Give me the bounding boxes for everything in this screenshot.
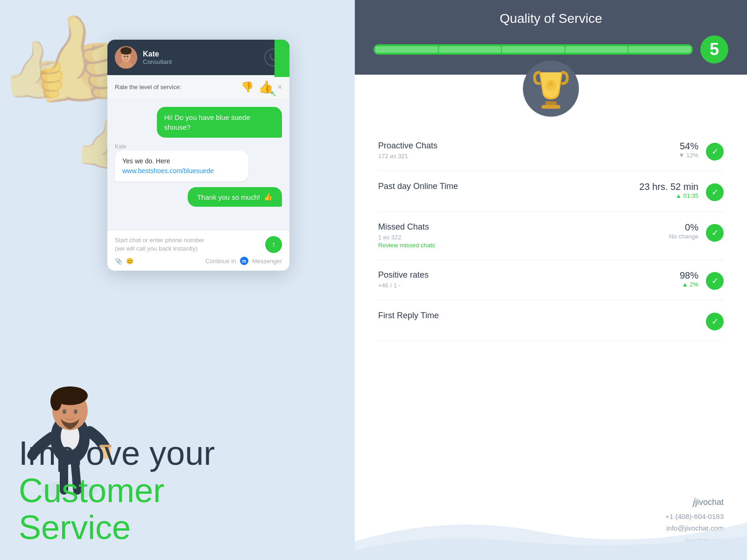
- progress-bar-fill: [374, 44, 693, 55]
- metric-name-missed: Missed Chats: [378, 222, 662, 232]
- headline-line2: Service: [19, 509, 355, 546]
- svg-rect-21: [542, 105, 560, 109]
- metric-row-missed: Missed Chats 1 из 322 Review missed chat…: [378, 212, 724, 260]
- headline-green: Customer: [19, 472, 164, 509]
- left-section: ✕ Kate Consultant: [0, 0, 355, 560]
- agent-info: Kate Consultant: [143, 50, 259, 65]
- metric-change-proactive: ▼ 12%: [679, 152, 699, 159]
- metric-row-positive: Positive rates +46 / 1 - 98% ▲ 2% ✓: [378, 260, 724, 301]
- continue-label: Continue in: [205, 258, 236, 265]
- qos-metrics: Proactive Chats 172 из 321 54% ▼ 12% ✓ P…: [355, 126, 747, 341]
- cursor-icon: ↖: [270, 89, 277, 99]
- svg-point-23: [545, 80, 557, 91]
- metric-value-missed: 0% No change: [669, 222, 698, 240]
- seg2: [439, 46, 501, 53]
- agent-role: Consultant: [143, 58, 259, 65]
- metric-info-missed: Missed Chats 1 из 322 Review missed chat…: [378, 222, 662, 249]
- metric-change-missed: No change: [669, 233, 698, 240]
- brand-footer: jjivochat +1 (408)-604-0183 info@jivocha…: [665, 496, 724, 546]
- svg-point-5: [127, 51, 131, 54]
- metric-info-positive: Positive rates +46 / 1 -: [378, 270, 672, 289]
- seg4: [565, 46, 628, 53]
- green-accent: [275, 40, 289, 77]
- input-row: Start chat or enter phone number (we wil…: [115, 236, 282, 253]
- check-icon-proactive: ✓: [706, 143, 724, 161]
- right-section: Quality of Service 5: [355, 0, 747, 560]
- metric-name-reply: First Reply Time: [378, 311, 691, 321]
- metric-change-positive: ▲ 2%: [680, 281, 698, 288]
- messenger-icon: m: [240, 257, 248, 265]
- metric-info-online: Past day Online Time: [378, 182, 632, 193]
- metric-row-online: Past day Online Time 23 hrs. 52 min ▲ 01…: [378, 171, 724, 212]
- headline-line1: Improve your Customer: [19, 435, 355, 509]
- rating-label: Rate the level of service:: [115, 84, 236, 91]
- brand-email: info@jivochat.com: [665, 522, 724, 534]
- chat-header: Kate Consultant 📞: [107, 40, 289, 75]
- metric-row-reply: First Reply Time ✓: [378, 301, 724, 341]
- rating-close-button[interactable]: ×: [278, 83, 282, 91]
- message-sent-2: Thank you so much! 👍: [188, 187, 282, 207]
- chat-input-area: Start chat or enter phone number (we wil…: [107, 230, 289, 271]
- review-missed-link[interactable]: Review missed chats: [378, 242, 435, 249]
- sender-label: Kate: [115, 143, 282, 150]
- check-icon-reply: ✓: [706, 313, 724, 330]
- metric-value-positive: 98% ▲ 2%: [680, 270, 698, 288]
- thumbs-down-button[interactable]: 👎: [241, 81, 254, 93]
- messenger-label: Messenger: [252, 258, 282, 265]
- agent-avatar: [115, 46, 137, 69]
- trophy-container: ★: [355, 61, 747, 117]
- send-button[interactable]: ↑: [265, 236, 282, 253]
- emoji-icon[interactable]: 😊: [126, 258, 134, 265]
- metric-name-proactive: Proactive Chats: [378, 141, 671, 151]
- metric-row-proactive: Proactive Chats 172 из 321 54% ▼ 12% ✓: [378, 131, 724, 171]
- seg5: [628, 46, 691, 53]
- attachment-icon[interactable]: 📎: [115, 258, 122, 265]
- metric-main-positive: 98%: [680, 270, 698, 281]
- metric-name-positive: Positive rates: [378, 270, 672, 280]
- svg-point-17: [50, 392, 62, 411]
- metric-name-online: Past day Online Time: [378, 182, 632, 191]
- qos-score: 5: [700, 35, 728, 63]
- svg-point-4: [121, 51, 125, 54]
- qos-title: Quality of Service: [374, 11, 728, 26]
- svg-point-7: [127, 56, 128, 57]
- brand-phone: +1 (408)-604-0183: [665, 511, 724, 523]
- svg-point-6: [124, 56, 126, 57]
- metric-value-online: 23 hrs. 52 min ▲ 01:35: [639, 182, 698, 199]
- brand-website: jivochat.com: [665, 534, 724, 546]
- seg1: [375, 46, 438, 53]
- received-message-group: Kate Yes we do. Here www.bestshoes.com/b…: [115, 143, 282, 182]
- rating-bar: Rate the level of service: 👎 👍 ↖ ×: [107, 75, 289, 99]
- metric-main-missed: 0%: [669, 222, 698, 233]
- trophy-circle: ★: [523, 61, 579, 117]
- svg-point-18: [63, 409, 66, 414]
- agent-name: Kate: [143, 50, 259, 58]
- chat-widget: ✕ Kate Consultant: [107, 40, 289, 271]
- chat-input[interactable]: Start chat or enter phone number (we wil…: [115, 236, 261, 253]
- message-received-1: Yes we do. Here www.bestshoes.com/bluesu…: [115, 151, 248, 182]
- metric-change-online: ▲ 01:35: [639, 192, 698, 199]
- bottom-headline: Improve your Customer Service: [19, 435, 355, 546]
- brand-name: jjivochat: [665, 496, 724, 508]
- message-link[interactable]: www.bestshoes.com/bluesuede: [122, 167, 214, 175]
- svg-point-19: [74, 409, 78, 414]
- chat-footer: 📎 😊 Continue in m Messenger: [115, 257, 282, 265]
- metric-main-proactive: 54%: [679, 141, 699, 152]
- check-icon-online: ✓: [706, 183, 724, 201]
- message-sent-1: Hi! Do you have blue suede shouse?: [157, 107, 282, 138]
- check-icon-positive: ✓: [706, 272, 724, 290]
- metric-value-proactive: 54% ▼ 12%: [679, 141, 699, 159]
- metric-sub-proactive: 172 из 321: [378, 153, 671, 160]
- metric-info-reply: First Reply Time: [378, 311, 691, 322]
- chat-messages: Hi! Do you have blue suede shouse? Kate …: [107, 99, 289, 230]
- qos-progress-row: 5: [374, 35, 728, 63]
- metric-main-online: 23 hrs. 52 min: [639, 182, 698, 192]
- metric-sub-missed: 1 из 322: [378, 234, 662, 241]
- seg3: [502, 46, 564, 53]
- metric-info-proactive: Proactive Chats 172 из 321: [378, 141, 671, 160]
- metric-sub-positive: +46 / 1 -: [378, 282, 672, 289]
- thumbs-up-button[interactable]: 👍 ↖: [258, 80, 273, 94]
- progress-bar-bg: [374, 44, 693, 55]
- thumbs-up-emoji: 👍: [264, 193, 273, 201]
- check-icon-missed: ✓: [706, 224, 724, 242]
